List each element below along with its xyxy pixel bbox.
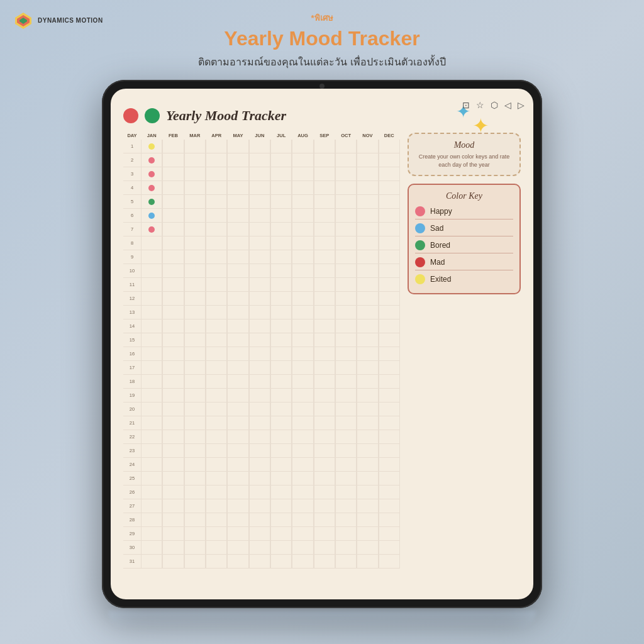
mood-cell[interactable] [314, 430, 335, 443]
mood-cell[interactable] [270, 250, 292, 264]
mood-cell[interactable] [249, 375, 270, 388]
mood-cell[interactable] [227, 333, 248, 347]
mood-cell[interactable] [227, 444, 248, 457]
mood-cell[interactable] [357, 347, 378, 360]
mood-cell[interactable] [141, 416, 162, 430]
mood-cell[interactable] [379, 153, 400, 167]
mood-cell[interactable] [379, 167, 400, 180]
mood-cell[interactable] [379, 499, 400, 513]
mood-cell[interactable] [314, 472, 335, 485]
mood-cell[interactable] [249, 250, 270, 264]
mood-cell[interactable] [292, 319, 313, 333]
mood-cell[interactable] [314, 140, 335, 153]
mood-cell[interactable] [270, 430, 292, 443]
mood-cell[interactable] [227, 209, 248, 222]
mood-cell[interactable] [379, 555, 400, 568]
mood-cell[interactable] [206, 541, 227, 554]
mood-cell[interactable] [184, 278, 206, 291]
mood-cell[interactable] [357, 527, 378, 540]
mood-cell[interactable] [227, 472, 248, 485]
mood-cell[interactable] [227, 223, 248, 236]
mood-cell[interactable] [141, 264, 162, 277]
mood-cell[interactable] [292, 292, 313, 305]
mood-cell[interactable] [249, 140, 270, 153]
mood-cell[interactable] [335, 499, 357, 513]
mood-cell[interactable] [141, 140, 162, 153]
mood-cell[interactable] [314, 375, 335, 388]
mood-cell[interactable] [249, 333, 270, 347]
mood-cell[interactable] [335, 236, 357, 250]
mood-cell[interactable] [141, 389, 162, 402]
mood-cell[interactable] [227, 319, 248, 333]
mood-cell[interactable] [335, 167, 357, 180]
mood-cell[interactable] [270, 499, 292, 513]
mood-cell[interactable] [314, 292, 335, 305]
mood-cell[interactable] [379, 264, 400, 277]
mood-cell[interactable] [357, 306, 378, 319]
mood-cell[interactable] [314, 153, 335, 167]
mood-cell[interactable] [357, 140, 378, 153]
mood-cell[interactable] [314, 347, 335, 360]
mood-cell[interactable] [184, 333, 206, 347]
mood-cell[interactable] [141, 167, 162, 180]
mood-cell[interactable] [270, 223, 292, 236]
mood-cell[interactable] [249, 402, 270, 416]
mood-cell[interactable] [335, 278, 357, 291]
mood-cell[interactable] [335, 389, 357, 402]
mood-cell[interactable] [270, 458, 292, 471]
mood-cell[interactable] [162, 416, 184, 430]
mood-cell[interactable] [249, 430, 270, 443]
mood-cell[interactable] [314, 361, 335, 374]
mood-cell[interactable] [184, 209, 206, 222]
mood-cell[interactable] [379, 472, 400, 485]
mood-cell[interactable] [379, 250, 400, 264]
mood-cell[interactable] [141, 499, 162, 513]
mood-cell[interactable] [227, 458, 248, 471]
mood-cell[interactable] [270, 292, 292, 305]
mood-cell[interactable] [249, 195, 270, 208]
mood-cell[interactable] [270, 264, 292, 277]
mood-cell[interactable] [292, 347, 313, 360]
mood-cell[interactable] [379, 541, 400, 554]
mood-cell[interactable] [379, 458, 400, 471]
mood-cell[interactable] [141, 306, 162, 319]
mood-cell[interactable] [184, 264, 206, 277]
calendar-icon[interactable]: ⊡ [462, 100, 470, 110]
mood-cell[interactable] [227, 361, 248, 374]
mood-cell[interactable] [184, 375, 206, 388]
mood-cell[interactable] [249, 292, 270, 305]
mood-cell[interactable] [162, 278, 184, 291]
mood-cell[interactable] [249, 541, 270, 554]
mood-cell[interactable] [141, 555, 162, 568]
mood-cell[interactable] [206, 458, 227, 471]
mood-cell[interactable] [141, 195, 162, 208]
mood-cell[interactable] [357, 541, 378, 554]
mood-cell[interactable] [141, 527, 162, 540]
mood-cell[interactable] [292, 499, 313, 513]
mood-cell[interactable] [162, 264, 184, 277]
mood-cell[interactable] [141, 209, 162, 222]
mood-cell[interactable] [357, 555, 378, 568]
mood-cell[interactable] [184, 513, 206, 526]
mood-cell[interactable] [184, 250, 206, 264]
mood-cell[interactable] [184, 319, 206, 333]
mood-cell[interactable] [270, 444, 292, 457]
mood-cell[interactable] [249, 278, 270, 291]
mood-cell[interactable] [379, 527, 400, 540]
mood-cell[interactable] [206, 306, 227, 319]
mood-cell[interactable] [227, 264, 248, 277]
mood-cell[interactable] [184, 499, 206, 513]
mood-cell[interactable] [292, 278, 313, 291]
mood-cell[interactable] [335, 527, 357, 540]
mood-cell[interactable] [357, 472, 378, 485]
mood-cell[interactable] [162, 444, 184, 457]
mood-cell[interactable] [184, 472, 206, 485]
mood-cell[interactable] [206, 472, 227, 485]
mood-cell[interactable] [270, 140, 292, 153]
mood-cell[interactable] [292, 513, 313, 526]
mood-cell[interactable] [141, 278, 162, 291]
mood-cell[interactable] [270, 236, 292, 250]
mood-cell[interactable] [141, 347, 162, 360]
mood-cell[interactable] [379, 278, 400, 291]
mood-cell[interactable] [141, 153, 162, 167]
